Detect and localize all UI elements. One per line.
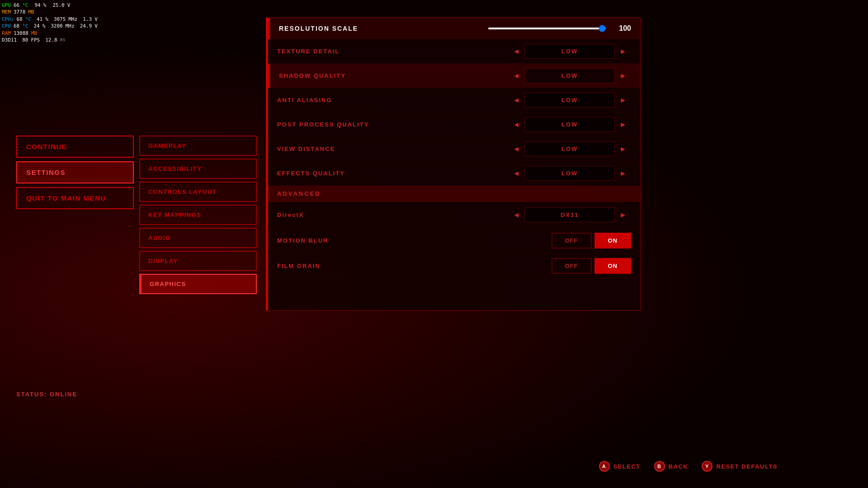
directx-row: DirectX ◄ DX11 ► [268,202,640,228]
ctrl-select: A SELECT [599,461,641,472]
bottom-controls: A SELECT B BACK Y RESET DEFAULTS [599,461,778,472]
hud-cpu1-val4-unit: V [94,16,98,23]
hud-ram-unit: MB [31,30,37,37]
texture-detail-label: TEXTURE DETAIL [277,48,508,55]
motion-blur-on-button[interactable]: ON [594,233,632,249]
continue-button[interactable]: CONTINUE [16,136,134,158]
antialiasing-right-arrow[interactable]: ► [615,94,631,107]
y-button-icon: Y [702,461,712,472]
hud-gpu-temp-unit: °C [22,2,28,9]
hud-gpu-val2-unit: % [43,2,47,9]
hud-cpu2-val4-unit: V [94,23,98,29]
postprocess-value: LOW [524,117,615,132]
motion-blur-row: MOTION BLUR OFF ON [268,228,640,253]
viewdist-left-arrow[interactable]: ◄ [508,142,524,156]
hud-cpu2-val2: 24 [33,23,39,29]
advanced-header: ADVANCED [268,186,640,202]
hud-mem-unit: MB [28,9,34,15]
effects-right-arrow[interactable]: ► [615,167,631,180]
b-button-icon: B [654,461,665,472]
texture-detail-right-arrow[interactable]: ► [615,45,631,58]
effects-left-arrow[interactable]: ◄ [508,167,524,180]
directx-value: DX11 [524,207,615,222]
resolution-scale-value: 100 [613,24,631,33]
hud-gpu-val3-unit: V [67,2,71,9]
film-grain-on-button[interactable]: ON [594,258,632,274]
directx-label: DirectX [277,211,508,218]
directx-left-arrow[interactable]: ◄ [508,208,524,222]
postprocess-label: POST PROCESS QUALITY [277,121,508,128]
ctrl-back: B BACK [654,461,689,472]
ctrl-reset: Y RESET DEFAULTS [702,461,778,472]
resolution-scale-row: RESOLUTION SCALE 100 [268,18,640,39]
settings-scroll[interactable]: RESOLUTION SCALE 100 TEXTURE DETAIL ◄ LO… [268,18,640,310]
motion-blur-label: MOTION BLUR [277,237,552,244]
hud-cpu2-val3-unit: MHz [66,23,75,29]
texture-detail-control: ◄ LOW ► [508,44,631,59]
hud-overlay: GPU 66 °C 94 % 25.0 V MEM 3778 MB CPU₁ 6… [2,2,98,43]
directx-control: ◄ DX11 ► [508,207,631,222]
settings-button[interactable]: SETTINGS [16,161,134,183]
resolution-scale-slider[interactable] [488,28,606,29]
hud-cpu2-label: CPU [2,23,11,29]
hud-fps: 80 [22,37,28,43]
a-button-icon: A [599,461,610,472]
hud-cpu2-val2-unit: % [42,23,46,29]
submenu-graphics[interactable]: GRAPHICS [139,274,257,294]
motion-blur-toggle: OFF ON [552,233,632,249]
ctrl-reset-label: RESET DEFAULTS [716,463,778,470]
hud-mem-val: 3778 [14,9,26,15]
film-grain-toggle: OFF ON [552,258,632,274]
hud-cpu1-temp-unit: °C [25,16,31,23]
hud-ram-label: RAM [2,30,11,37]
antialiasing-row: ANTI ALIASING ◄ LOW ► [268,88,640,113]
effects-label: EFFECTS QUALITY [277,170,508,177]
submenu-keymappings[interactable]: KEY MAPPINGS [139,205,257,225]
ctrl-back-label: BACK [669,463,689,470]
hud-cpu2-temp: 68 [14,23,19,29]
viewdist-right-arrow[interactable]: ► [615,142,631,156]
submenu-panel: GAMEPLAY ACCESSIBILITY CONTROLS LAYOUT K… [139,136,257,297]
hud-ram-val: 13088 [14,30,28,37]
hud-cpu1-val3: 3075 [54,16,66,23]
hud-cpu2-val4: 24.9 [80,23,92,29]
directx-right-arrow[interactable]: ► [615,208,631,222]
status-text: STATUS: ONLINE [16,391,77,398]
ctrl-select-label: SELECT [613,463,641,470]
hud-ms-unit: ms [60,37,66,43]
hud-d3d-label: D3D11 [2,37,17,43]
antialiasing-left-arrow[interactable]: ◄ [508,94,524,107]
antialiasing-label: ANTI ALIASING [277,97,508,103]
hud-cpu1-val2: 41 [37,16,42,23]
settings-panel: RESOLUTION SCALE 100 TEXTURE DETAIL ◄ LO… [266,17,641,311]
hud-cpu1-val3-unit: MHz [68,16,77,23]
postprocess-left-arrow[interactable]: ◄ [508,118,524,131]
hud-cpu1-val2-unit: % [45,16,48,23]
motion-blur-off-button[interactable]: OFF [552,233,592,249]
resolution-slider-container: 100 [488,24,631,33]
effects-row: EFFECTS QUALITY ◄ LOW ► [268,161,640,186]
submenu-controls[interactable]: CONTROLS LAYOUT [139,182,257,202]
texture-detail-left-arrow[interactable]: ◄ [508,45,524,58]
viewdist-row: VIEW DISTANCE ◄ LOW ► [268,137,640,161]
effects-control: ◄ LOW ► [508,166,631,181]
submenu-gameplay[interactable]: GAMEPLAY [139,136,257,156]
film-grain-off-button[interactable]: OFF [552,258,592,274]
submenu-display[interactable]: DISPLAY [139,251,257,271]
submenu-audio[interactable]: AUDIO [139,228,257,248]
quit-button[interactable]: QUIT TO MAIN MENU [16,187,134,209]
hud-cpu1-temp: 68 [17,16,23,23]
viewdist-value: LOW [524,141,615,156]
shadow-quality-value: LOW [524,68,615,83]
left-menu: CONTINUE SETTINGS QUIT TO MAIN MENU [16,136,134,213]
shadow-quality-right-arrow[interactable]: ► [615,69,631,83]
antialiasing-control: ◄ LOW ► [508,93,631,108]
postprocess-right-arrow[interactable]: ► [615,118,631,131]
submenu-accessibility[interactable]: ACCESSIBILITY [139,159,257,179]
viewdist-control: ◄ LOW ► [508,141,631,156]
shadow-quality-left-arrow[interactable]: ◄ [508,69,524,83]
hud-cpu2-val3: 3200 [51,23,63,29]
viewdist-label: VIEW DISTANCE [277,145,508,152]
hud-ms: 12.8 [45,37,57,43]
hud-cpu1-label: CPU₁ [2,16,14,23]
